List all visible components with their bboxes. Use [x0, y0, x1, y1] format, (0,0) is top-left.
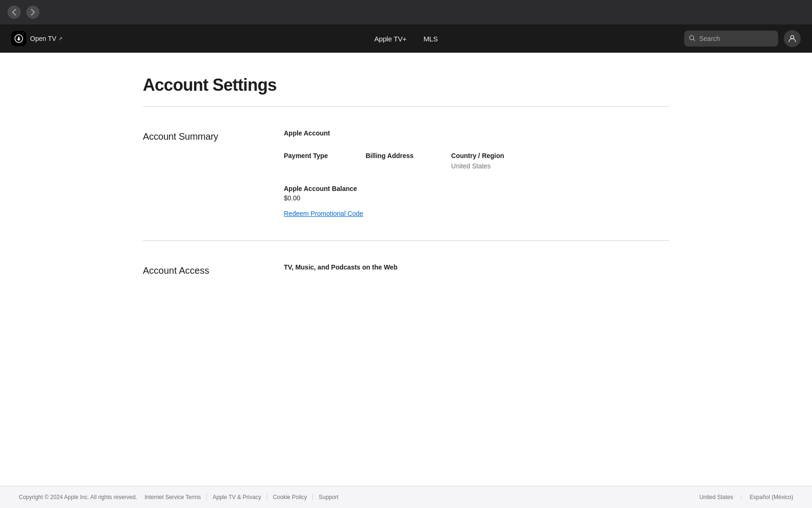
balance-value: $0.00: [284, 194, 669, 202]
nav-link-mls[interactable]: MLS: [423, 35, 437, 43]
country-region-label: Country / Region: [451, 152, 504, 159]
country-region-value: United States: [451, 162, 504, 170]
search-icon: [689, 35, 695, 43]
footer-country: United States: [699, 494, 733, 500]
footer-link-terms[interactable]: Internet Service Terms: [145, 494, 207, 500]
footer-link-support[interactable]: Support: [313, 494, 344, 500]
open-tv-arrow: ↗: [58, 36, 62, 42]
billing-address-label: Billing Address: [366, 152, 414, 159]
back-button[interactable]: [8, 6, 21, 19]
section-divider: [143, 240, 669, 241]
user-account-button[interactable]: [784, 30, 801, 47]
footer-left: Copyright © 2024 Apple Inc. All rights r…: [19, 494, 344, 500]
redeem-promotional-code-link[interactable]: Redeem Promotional Code: [284, 210, 363, 217]
footer-right: United States | Español (México): [699, 494, 793, 500]
billing-address-field: Billing Address: [366, 152, 414, 170]
account-summary-content: Apple Account Payment Type Billing Addre…: [284, 129, 669, 218]
account-access-section: Account Access TV, Music, and Podcasts o…: [143, 263, 669, 276]
search-input[interactable]: [699, 35, 773, 42]
payment-type-label: Payment Type: [284, 152, 328, 159]
footer-separator: |: [741, 494, 742, 500]
title-divider: [143, 106, 669, 107]
apple-account-field: Apple Account: [284, 129, 669, 137]
footer-link-cookies[interactable]: Cookie Policy: [267, 494, 313, 500]
top-navigation: Open TV ↗ Apple TV+ MLS: [0, 24, 812, 53]
account-summary-section: Account Summary Apple Account Payment Ty…: [143, 129, 669, 218]
footer-links: Internet Service Terms Apple TV & Privac…: [145, 494, 344, 500]
apple-account-label: Apple Account: [284, 129, 669, 137]
page-title: Account Settings: [143, 75, 669, 95]
browser-chrome: [0, 0, 812, 24]
tv-music-podcasts-label: TV, Music, and Podcasts on the Web: [284, 263, 669, 271]
account-access-label: Account Access: [143, 263, 284, 276]
footer-language-link[interactable]: Español (México): [750, 494, 793, 500]
main-content: Account Settings Account Summary Apple A…: [124, 53, 688, 336]
payment-type-field: Payment Type: [284, 152, 328, 170]
footer-link-privacy[interactable]: Apple TV & Privacy: [207, 494, 267, 500]
account-access-content: TV, Music, and Podcasts on the Web: [284, 263, 669, 276]
nav-right: [684, 30, 801, 47]
country-region-field: Country / Region United States: [451, 152, 504, 170]
apple-tv-logo: [11, 31, 26, 46]
nav-link-appletv[interactable]: Apple TV+: [374, 35, 406, 43]
account-summary-label: Account Summary: [143, 129, 284, 218]
payment-billing-country-row: Payment Type Billing Address Country / R…: [284, 152, 669, 170]
nav-left: Open TV ↗: [11, 31, 105, 46]
balance-label: Apple Account Balance: [284, 185, 669, 192]
forward-button[interactable]: [26, 6, 39, 19]
footer-copyright: Copyright © 2024 Apple Inc. All rights r…: [19, 494, 137, 500]
search-box[interactable]: [684, 31, 778, 47]
balance-section: Apple Account Balance $0.00 Redeem Promo…: [284, 185, 669, 218]
nav-center: Apple TV+ MLS: [374, 35, 437, 43]
footer: Copyright © 2024 Apple Inc. All rights r…: [0, 486, 812, 508]
open-tv-link[interactable]: Open TV ↗: [30, 35, 62, 42]
